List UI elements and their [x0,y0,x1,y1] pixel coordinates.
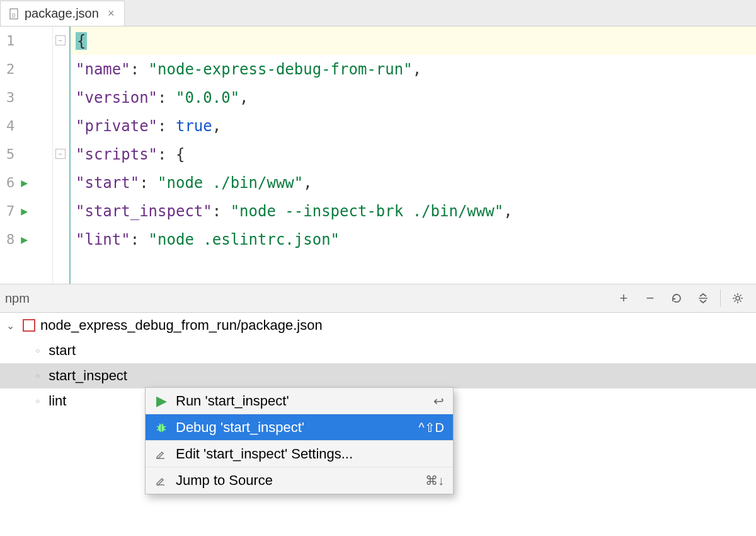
script-item-start-inspect[interactable]: ○ start_inspect [0,363,756,388]
tree-root[interactable]: ⌄ node_express_debug_from_run/package.js… [0,313,756,338]
close-tab-icon[interactable]: × [105,7,117,20]
context-menu: ▶ Run 'start_inspect' ↩ Debug 'start_ins… [145,387,454,494]
code-editor[interactable]: 1 2 3 4 5 6▶ 7▶ 8▶ − − { "name": "node-e… [0,26,756,284]
collapse-icon[interactable] [692,288,714,309]
bullet-icon: ○ [35,371,40,380]
fold-toggle-icon[interactable]: − [55,35,66,45]
add-icon[interactable]: + [613,288,634,309]
line-number: 2 [6,61,14,77]
npm-scripts-tree: ⌄ node_express_debug_from_run/package.js… [0,313,756,536]
run-gutter-icon[interactable]: ▶ [21,204,28,218]
menu-label: Debug 'start_inspect' [176,419,304,436]
line-number: 6 [6,175,14,190]
line-number: 5 [6,146,14,162]
fold-toggle-icon[interactable]: − [55,149,66,159]
shortcut-label: ⌘↓ [425,473,444,488]
script-label: start [49,342,76,359]
svg-text:{}: {} [12,12,16,18]
debug-bug-icon [154,421,168,434]
run-gutter-icon[interactable]: ▶ [21,233,28,246]
expand-caret-icon[interactable]: ⌄ [6,320,18,332]
file-tab[interactable]: {} package.json × [0,1,125,26]
shortcut-label: ^⇧D [418,420,444,435]
menu-label: Run 'start_inspect' [176,393,289,409]
tab-bar: {} package.json × [0,0,756,26]
line-number: 7 [6,203,14,219]
menu-run[interactable]: ▶ Run 'start_inspect' ↩ [146,388,453,414]
script-label: lint [49,393,66,409]
npm-package-icon [23,319,35,332]
menu-jump-to-source[interactable]: Jump to Source ⌘↓ [146,467,453,494]
line-number: 8 [6,231,14,247]
line-number: 1 [6,33,14,49]
json-file-icon: {} [8,8,21,20]
line-number: 3 [6,90,14,105]
script-item-start[interactable]: ○ start [0,338,756,363]
edit-pencil-icon [154,448,168,460]
run-icon: ▶ [154,393,168,409]
refresh-icon[interactable] [666,288,687,309]
npm-panel-header: npm + − [0,284,756,313]
svg-point-3 [736,296,740,300]
remove-icon[interactable]: − [639,288,661,309]
line-number: 4 [6,118,14,134]
line-gutter: 1 2 3 4 5 6▶ 7▶ 8▶ [0,26,53,284]
settings-gear-icon[interactable] [727,288,748,309]
edit-pencil-icon [154,475,168,486]
npm-panel-title: npm [5,291,30,306]
run-gutter-icon[interactable]: ▶ [21,176,28,189]
code-content[interactable]: { "name": "node-express-debug-from-run",… [69,26,756,284]
tab-filename: package.json [25,6,99,21]
menu-edit-settings[interactable]: Edit 'start_inspect' Settings... [146,441,453,467]
menu-label: Edit 'start_inspect' Settings... [176,446,353,462]
shortcut-label: ↩ [433,393,444,409]
menu-debug[interactable]: Debug 'start_inspect' ^⇧D [146,414,453,441]
bullet-icon: ○ [35,346,40,355]
menu-label: Jump to Source [176,472,273,489]
root-label: node_express_debug_from_run/package.json [40,317,323,334]
script-label: start_inspect [49,368,127,384]
fold-strip: − − [53,26,69,284]
bullet-icon: ○ [35,397,40,405]
